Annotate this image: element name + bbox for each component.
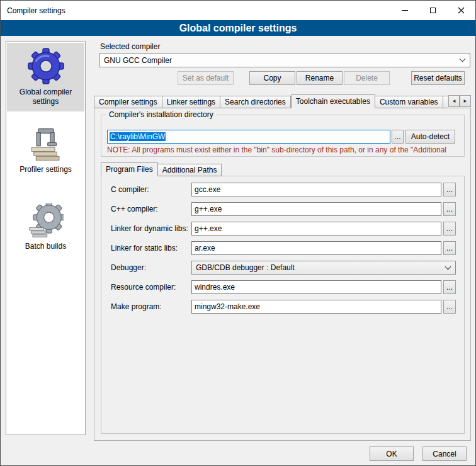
gray-gear-icon	[28, 203, 64, 239]
subtab-additional-paths[interactable]: Additional Paths	[158, 164, 222, 176]
resource-compiler-browse-button[interactable]: ...	[443, 280, 456, 294]
minimize-button[interactable]	[390, 1, 419, 20]
static-libs-linker-input[interactable]	[191, 241, 441, 255]
selected-compiler-dropdown[interactable]: GNU GCC Compiler	[99, 53, 470, 67]
make-program-input[interactable]	[191, 300, 441, 314]
blue-gear-icon	[28, 48, 64, 84]
c-compiler-input[interactable]	[191, 183, 441, 196]
sidebar-item-batch-builds[interactable]: Batch builds	[7, 198, 84, 256]
cpp-compiler-input[interactable]	[191, 202, 441, 216]
maximize-icon	[430, 8, 436, 13]
make-program-browse-button[interactable]: ...	[443, 300, 456, 314]
tab-build-options[interactable]: Buil	[443, 96, 448, 108]
dynamic-libs-linker-browse-button[interactable]: ...	[443, 222, 456, 236]
set-as-default-button: Set as default	[178, 71, 234, 85]
reset-defaults-button[interactable]: Reset defaults	[411, 71, 465, 85]
tab-scroll-left-button[interactable]: ◄	[448, 95, 460, 107]
arrow-left-icon: ◄	[451, 98, 456, 104]
tab-search-directories[interactable]: Search directories	[220, 96, 291, 108]
dynamic-libs-linker-label: Linker for dynamic libs:	[111, 224, 188, 233]
title-bar: Compiler settings	[1, 1, 475, 20]
static-libs-linker-label: Linker for static libs:	[111, 244, 178, 253]
settings-tabstrip: Compiler settings Linker settings Search…	[94, 94, 448, 108]
program-files-tabstrip: Program Files Additional Paths	[101, 162, 353, 176]
sidebar-item-label: Profiler settings	[8, 165, 83, 174]
cpp-compiler-browse-button[interactable]: ...	[443, 202, 456, 216]
c-compiler-browse-button[interactable]: ...	[443, 183, 456, 196]
install-dir-value: C:\raylib\MinGW	[110, 132, 166, 141]
profiler-icon	[28, 127, 64, 162]
tab-linker-settings[interactable]: Linker settings	[162, 96, 220, 108]
selected-compiler-label: Selected compiler	[100, 42, 160, 51]
install-dir-input[interactable]: C:\raylib\MinGW	[107, 130, 390, 144]
debugger-select[interactable]: GDB/CDB debugger : Default	[191, 261, 456, 275]
resource-compiler-input[interactable]	[191, 280, 441, 294]
autodetect-button[interactable]: Auto-detect	[405, 130, 455, 144]
sidebar-item-profiler-settings[interactable]: Profiler settings	[7, 122, 84, 179]
tab-compiler-settings[interactable]: Compiler settings	[94, 96, 162, 108]
maximize-button[interactable]	[419, 1, 447, 20]
subtab-program-files[interactable]: Program Files	[101, 162, 158, 176]
tab-custom-variables[interactable]: Custom variables	[375, 96, 443, 108]
tab-scroll-right-button[interactable]: ►	[460, 95, 471, 107]
chevron-down-icon	[445, 263, 451, 270]
install-dir-browse-button[interactable]: ...	[392, 130, 404, 144]
debugger-value: GDB/CDB debugger : Default	[196, 263, 446, 272]
install-dir-group-title: Compiler's installation directory	[106, 110, 216, 119]
chevron-down-icon	[460, 56, 466, 62]
arrow-right-icon: ►	[463, 98, 468, 104]
ok-button[interactable]: OK	[370, 446, 414, 461]
sidebar-item-label: Batch builds	[8, 242, 83, 251]
compiler-settings-window: Compiler settings Global compiler settin…	[0, 0, 476, 466]
close-icon	[458, 7, 465, 14]
window-controls	[390, 1, 475, 20]
minimize-icon	[402, 10, 408, 11]
window-title: Compiler settings	[7, 6, 65, 15]
copy-button[interactable]: Copy	[249, 71, 295, 85]
cancel-button[interactable]: Cancel	[422, 446, 467, 461]
dialog-header: Global compiler settings	[1, 20, 475, 36]
settings-category-sidebar: Global compiler settings Profiler settin…	[6, 41, 86, 435]
note-text: NOTE: All programs must exist either in …	[107, 145, 464, 154]
debugger-label: Debugger:	[111, 263, 146, 272]
delete-button: Delete	[344, 71, 390, 85]
resource-compiler-label: Resource compiler:	[111, 283, 176, 292]
sidebar-item-label: Global compiler settings	[8, 88, 83, 106]
cpp-compiler-label: C++ compiler:	[111, 205, 158, 213]
tab-toolchain-executables[interactable]: Toolchain executables	[291, 94, 375, 108]
selected-compiler-value: GNU GCC Compiler	[104, 56, 460, 65]
dynamic-libs-linker-input[interactable]	[191, 222, 441, 236]
close-button[interactable]	[447, 1, 475, 20]
make-program-label: Make program:	[111, 302, 162, 311]
static-libs-linker-browse-button[interactable]: ...	[443, 241, 456, 255]
c-compiler-label: C compiler:	[111, 185, 149, 194]
rename-button[interactable]: Rename	[297, 71, 343, 85]
sidebar-item-global-compiler-settings[interactable]: Global compiler settings	[7, 43, 84, 111]
